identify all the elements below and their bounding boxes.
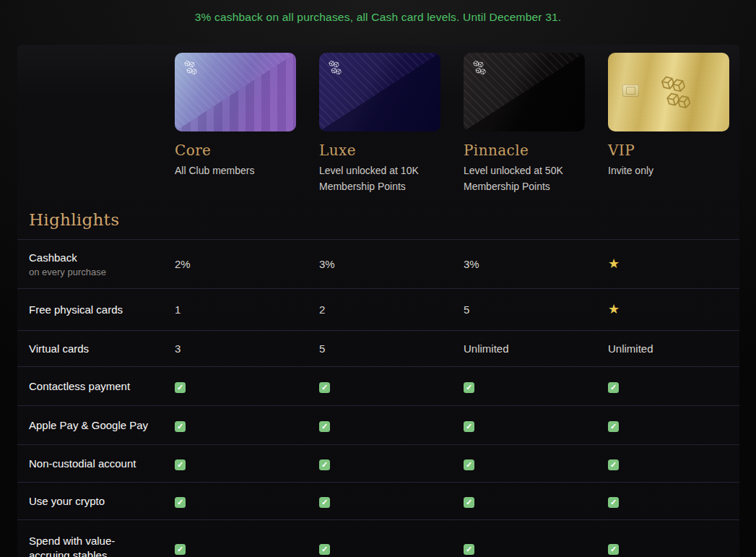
cards-row: Core All Club members Luxe Level unlocke… (17, 45, 739, 194)
check-icon: ✓ (464, 382, 474, 393)
row-label-cell: Spend with value-accruing stables (17, 534, 175, 557)
row-label: Use your crypto (29, 494, 153, 509)
cell-check: ✓ (608, 542, 739, 555)
check-icon: ✓ (608, 459, 619, 470)
comparison-table: Cashback on every purchase 2%3%3%★ Free … (17, 239, 739, 557)
cell-check: ✓ (464, 495, 608, 508)
cell-check: ✓ (464, 542, 608, 555)
check-icon: ✓ (608, 421, 619, 432)
cell-value: Unlimited (608, 342, 739, 355)
row-label: Contactless payment (29, 379, 153, 394)
cell-value: 1 (175, 303, 319, 316)
cell-value: 5 (464, 303, 608, 316)
row-label: Non-custodial account (29, 457, 153, 471)
star-icon: ★ (608, 257, 620, 270)
card-description: All Club members (175, 163, 294, 178)
cell-star: ★ (608, 258, 739, 271)
brand-logo-icon (326, 59, 344, 77)
card-name: Luxe (319, 141, 464, 160)
check-icon: ✓ (175, 382, 186, 393)
card-artwork (175, 53, 296, 131)
check-icon: ✓ (319, 421, 330, 432)
check-icon: ✓ (175, 544, 186, 555)
cell-value: 5 (319, 342, 464, 355)
card-artwork (464, 53, 585, 131)
table-row: Virtual cards 35UnlimitedUnlimited (17, 331, 739, 367)
promo-banner-text: 3% cashback on all purchases, all Cash c… (195, 11, 562, 24)
card-name: VIP (608, 141, 739, 160)
cell-check: ✓ (608, 495, 739, 508)
check-icon: ✓ (175, 459, 186, 470)
cell-check: ✓ (608, 457, 739, 470)
card-comparison-panel: Core All Club members Luxe Level unlocke… (17, 45, 739, 557)
card-column: Core All Club members (175, 53, 319, 178)
cell-check: ✓ (175, 419, 319, 432)
table-row: Cashback on every purchase 2%3%3%★ (17, 240, 739, 289)
cell-check: ✓ (464, 419, 608, 432)
cell-check: ✓ (175, 380, 319, 393)
row-label-cell: Free physical cards (17, 303, 175, 317)
card-description: Level unlocked at 10K Membership Points (319, 163, 438, 194)
card-description: Level unlocked at 50K Membership Points (464, 163, 583, 194)
cell-value: 3% (319, 258, 464, 270)
cell-check: ✓ (175, 457, 319, 470)
row-label: Free physical cards (29, 303, 153, 317)
row-label-cell: Use your crypto (17, 494, 175, 509)
brand-logo-icon (656, 72, 696, 115)
card-name: Core (175, 141, 319, 160)
check-icon: ✓ (464, 544, 474, 555)
row-label: Cashback (29, 251, 153, 265)
cell-value: 3% (464, 258, 608, 270)
cell-check: ✓ (175, 542, 319, 555)
emv-chip-icon (622, 85, 639, 97)
check-icon: ✓ (319, 544, 330, 555)
row-label-cell: Virtual cards (17, 342, 175, 356)
check-icon: ✓ (464, 497, 474, 508)
cell-check: ✓ (319, 380, 464, 393)
check-icon: ✓ (608, 382, 619, 393)
cell-check: ✓ (608, 380, 739, 393)
row-label: Virtual cards (29, 342, 153, 356)
table-row: Free physical cards 125★ (17, 289, 739, 331)
cell-check: ✓ (319, 457, 464, 470)
card-name: Pinnacle (464, 141, 608, 160)
card-artwork (608, 53, 729, 131)
cell-value: Unlimited (464, 342, 608, 355)
cell-check: ✓ (608, 419, 739, 432)
check-icon: ✓ (175, 497, 186, 508)
cell-check: ✓ (175, 495, 319, 508)
table-row: Non-custodial account ✓✓✓✓ (17, 445, 739, 483)
brand-logo-icon (471, 59, 488, 77)
row-label-cell: Contactless payment (17, 379, 175, 394)
cell-check: ✓ (319, 419, 464, 432)
cell-check: ✓ (319, 542, 464, 555)
promo-banner: 3% cashback on all purchases, all Cash c… (0, 0, 756, 35)
cell-check: ✓ (464, 457, 608, 470)
cell-star: ★ (608, 303, 739, 316)
check-icon: ✓ (319, 497, 330, 508)
row-label: Apple Pay & Google Pay (29, 418, 153, 433)
table-row: Contactless payment ✓✓✓✓ (17, 367, 739, 406)
brand-logo-icon (182, 59, 199, 77)
check-icon: ✓ (608, 497, 619, 508)
card-column: VIP Invite only (608, 53, 739, 178)
row-label-cell: Apple Pay & Google Pay (17, 418, 175, 433)
row-sublabel: on every purchase (29, 266, 175, 278)
card-artwork (319, 53, 440, 131)
cell-value: 2 (319, 303, 464, 316)
cell-value: 3 (175, 342, 319, 355)
check-icon: ✓ (464, 421, 474, 432)
check-icon: ✓ (319, 459, 330, 470)
card-description: Invite only (608, 163, 727, 178)
cell-check: ✓ (319, 495, 464, 508)
cell-check: ✓ (464, 380, 608, 393)
check-icon: ✓ (319, 382, 330, 393)
row-label-cell: Non-custodial account (17, 457, 175, 471)
section-title-highlights: Highlights (29, 209, 739, 230)
check-icon: ✓ (464, 459, 474, 470)
row-label-cell: Cashback on every purchase (17, 251, 175, 278)
check-icon: ✓ (175, 421, 186, 432)
card-column: Luxe Level unlocked at 10K Membership Po… (319, 53, 464, 194)
row-label: Spend with value-accruing stables (29, 534, 153, 557)
check-icon: ✓ (608, 544, 619, 555)
